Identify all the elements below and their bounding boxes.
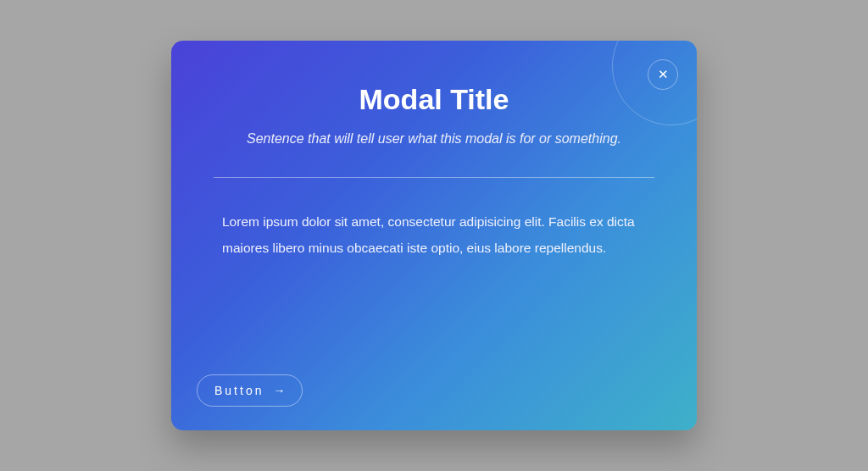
close-button[interactable]: ✕ [648,59,678,90]
action-button-label: Button [214,384,264,397]
modal-dialog: ✕ Modal Title Sentence that will tell us… [171,41,697,430]
action-button[interactable]: Button → [197,374,303,407]
modal-subtitle: Sentence that will tell user what this m… [214,131,654,147]
modal-title: Modal Title [214,83,654,116]
modal-body-text: Lorem ipsum dolor sit amet, consectetur … [214,208,654,261]
divider [214,177,654,178]
arrow-right-icon: → [273,384,285,397]
close-icon: ✕ [658,67,669,82]
